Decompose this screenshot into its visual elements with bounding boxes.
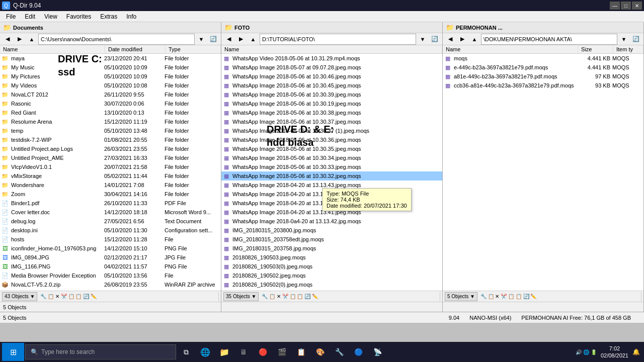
list-item[interactable]: ▦ WhatsApp Image 2018-05-06 at 10.30.37.… [221, 117, 442, 126]
taskbar-icon-app1[interactable]: 🔴 [254, 343, 272, 361]
list-item[interactable]: ▦ WhatsApp Video 2018-05-06 at 10.31.29.… [221, 54, 442, 63]
taskbar-icon-app5[interactable]: 🔧 [330, 343, 348, 361]
list-item[interactable]: ▦ WhatsApp Image 2018-05-06 at 10.30.36.… [221, 135, 442, 144]
list-item[interactable]: 🖼 IMG_0894.JPG 02/12/2020 21:17 JPG File [0, 253, 221, 262]
list-item[interactable]: ▦ WhatsApp Image 2018-05-06 at 10.30.32.… [221, 171, 442, 180]
col-size-right[interactable]: Size [578, 45, 613, 53]
menu-extras[interactable]: Extras [96, 12, 121, 21]
list-item[interactable]: 📁 Wondershare 14/01/2021 7:08 File folde… [0, 180, 221, 190]
taskbar-icon-monitor[interactable]: 🖥 [234, 343, 253, 361]
pane-middle-refresh[interactable]: 🔄 [429, 34, 440, 44]
pane-middle-forward[interactable]: ▶ [235, 34, 247, 44]
list-item[interactable]: 🖼 iconfinder_Home-01_1976053.png 14/12/2… [0, 244, 221, 253]
pane-middle-status-btn[interactable]: 35 Objects ▼ [223, 292, 259, 301]
menu-view[interactable]: View [40, 12, 61, 21]
list-item[interactable]: ▦ 20180826_190503.jpeg.moqs [221, 253, 442, 262]
pane-right-address[interactable] [481, 34, 617, 45]
list-item[interactable]: 📄 Binder1.pdf 26/10/2020 11:33 PDF File [0, 199, 221, 208]
pane-right-refresh[interactable]: 🔄 [630, 34, 641, 44]
list-item[interactable]: 📁 temp 05/10/2020 13:48 File folder [0, 126, 221, 135]
pane-right-up[interactable]: ▲ [469, 34, 480, 44]
list-item[interactable]: 📁 VlcpVideoV1.0.1 20/07/2021 21:58 File … [0, 162, 221, 171]
menu-favorites[interactable]: Favorites [62, 12, 95, 21]
col-name-left[interactable]: Name [0, 45, 105, 53]
list-item[interactable]: ▦ WhatsApp Image 2018-05-06 at 10.30.34.… [221, 153, 442, 162]
taskbar-icon-app7[interactable]: 📡 [368, 343, 386, 361]
list-item[interactable]: 📄 Cover letter.doc 14/12/2020 18:18 Micr… [0, 208, 221, 217]
list-item[interactable]: ▦ IMG_20180315_203758edt.jpg.moqs [221, 235, 442, 244]
list-item[interactable]: 📄 Media Browser Provider Exception 05/10… [0, 271, 221, 280]
pane-left-file-list[interactable]: Name Date modified Type 📁 maya 23/12/202… [0, 45, 221, 291]
taskbar-icon-explorer[interactable]: 📁 [215, 343, 233, 361]
minimize-button[interactable]: — [610, 2, 620, 10]
list-item[interactable]: 📁 Zoom 30/04/2021 14:16 File folder [0, 190, 221, 199]
list-item[interactable]: 📄 desktop.ini 05/10/2020 11:30 Configura… [0, 226, 221, 235]
col-date-left[interactable]: Date modified [105, 45, 166, 53]
pane-right-file-list[interactable]: Name Size Item ty ▦ moqs 4.441 KB MOQS ▦… [443, 45, 643, 291]
search-box[interactable]: 🔍 Type here to search [25, 344, 176, 359]
list-item[interactable]: ▦ IMG_20180315_203800.jpg.moqs [221, 226, 442, 235]
pane-right-back[interactable]: ◀ [445, 34, 456, 44]
pane-left-refresh[interactable]: 🔄 [208, 34, 219, 44]
list-item[interactable]: ▦ a81e-449c-b23a-3697a3821e79.pdf.moqs 9… [443, 72, 643, 81]
list-item[interactable]: 📁 Untitled Project_AME 27/03/2021 16:33 … [0, 153, 221, 162]
list-item[interactable]: 📁 Resolume Arena 15/12/2020 11:19 File f… [0, 117, 221, 126]
pane-left-up[interactable]: ▲ [26, 34, 37, 44]
list-item[interactable]: ▦ WhatsApp Image 2018-05-06 at 10.30.38.… [221, 108, 442, 117]
taskbar-icon-task-view[interactable]: ⧉ [177, 343, 195, 361]
list-item[interactable]: ▦ 20180826_190503(0).jpeg.moqs [221, 262, 442, 271]
notification-icon[interactable]: 🔔 [632, 348, 640, 355]
taskbar-icon-app4[interactable]: 🎨 [311, 343, 329, 361]
col-name-right[interactable]: Name [443, 45, 578, 53]
list-item[interactable]: 📁 Untitled Project.aep Logs 26/03/2021 2… [0, 144, 221, 153]
taskbar-icon-app2[interactable]: 🎬 [273, 343, 291, 361]
list-item[interactable]: 📁 testdisk-7.2-WIP 01/08/2021 20:55 File… [0, 135, 221, 144]
list-item[interactable]: ▦ WhatsApp Image 2018-05-06 at 10.30.33.… [221, 162, 442, 171]
pane-middle-go[interactable]: ▼ [417, 34, 428, 44]
list-item[interactable]: ▦ WhatsApp Image 2018-05-06 at 10.30.39.… [221, 90, 442, 99]
col-name-middle[interactable]: Name [221, 45, 442, 53]
col-type-right[interactable]: Item ty [613, 45, 643, 53]
pane-left-back[interactable]: ◀ [2, 34, 13, 44]
list-item[interactable]: ▦ 20180826_190502.jpeg.moqs [221, 271, 442, 280]
list-item[interactable]: 📁 Rasonic 30/07/2020 0:06 File folder [0, 99, 221, 108]
pane-right-go[interactable]: ▼ [618, 34, 629, 44]
list-item[interactable]: ▦ moqs 4.441 KB MOQS [443, 54, 643, 63]
list-item[interactable]: 📁 My Videos 05/10/2020 10:08 File folder [0, 81, 221, 90]
list-item[interactable]: ▦ WhatsApp Image 2018-05-06 at 10.30.37 … [221, 126, 442, 135]
menu-edit[interactable]: Edit [21, 12, 39, 21]
pane-left-forward[interactable]: ▶ [14, 34, 25, 44]
list-item[interactable]: ▦ ccb36-a81e-449c-b23a-3697a3821e79.pdf.… [443, 81, 643, 90]
list-item[interactable]: 📄 hosts 15/12/2020 11:28 File [0, 235, 221, 244]
list-item[interactable]: 📁 My Music 05/10/2020 10:09 File folder [0, 63, 221, 72]
list-item[interactable]: ▦ e-449c-b23a-3697a3821e79.pdf.moqs 4.44… [443, 63, 643, 72]
pane-right-forward[interactable]: ▶ [457, 34, 468, 44]
pane-middle-up[interactable]: ▲ [248, 34, 259, 44]
menu-file[interactable]: File [2, 12, 20, 21]
pane-left-address[interactable] [38, 34, 195, 45]
close-button[interactable]: ✕ [632, 2, 642, 10]
pane-left-go[interactable]: ▼ [196, 34, 207, 44]
list-item[interactable]: 📁 maya 23/12/2020 20:41 File folder [0, 54, 221, 63]
list-item[interactable]: 📁 NovaLCT 2012 26/11/2020 9:55 File fold… [0, 90, 221, 99]
list-item[interactable]: ▦ WhatsApp Image 2018-0a4-20 at 13.13.42… [221, 217, 442, 226]
list-item[interactable]: 📁 My Pictures 05/10/2020 10:09 File fold… [0, 72, 221, 81]
start-button[interactable]: ⊞ [2, 343, 24, 361]
list-item[interactable]: ▦ 20180826_190502(0).jpeg.moqs [221, 280, 442, 289]
list-item[interactable]: 📁 Red Giant 13/10/2020 0:13 File folder [0, 108, 221, 117]
pane-middle-back[interactable]: ◀ [223, 34, 234, 44]
pane-middle-file-list[interactable]: Name ▦ WhatsApp Video 2018-05-06 at 10.3… [221, 45, 442, 291]
list-item[interactable]: ▦ WhatsApp Image 2018-05-06 at 10.30.19.… [221, 99, 442, 108]
list-item[interactable]: 📁 vMixStorage 05/02/2021 11:44 File fold… [0, 171, 221, 180]
pane-middle-address[interactable] [260, 34, 416, 45]
list-item[interactable]: 🖼 IMG_1166.PNG 04/02/2021 11:57 PNG File [0, 262, 221, 271]
maximize-button[interactable]: □ [621, 2, 631, 10]
list-item[interactable]: ▦ WhatsApp Image 2018-05-06 at 10.30.35.… [221, 144, 442, 153]
list-item[interactable]: ▦ WhatsApp Image 2018-05-07 at 09.07.28.… [221, 63, 442, 72]
list-item[interactable]: ▦ WhatsApp Image 2018-05-06 at 10.30.45.… [221, 81, 442, 90]
list-item[interactable]: ▦ IMG_20180315_203758.jpg.moqs [221, 244, 442, 253]
list-item[interactable]: 📄 debug.log 27/05/2021 6:56 Text Documen… [0, 217, 221, 226]
menu-info[interactable]: Info [122, 12, 140, 21]
pane-right-status-btn[interactable]: 5 Objects ▼ [445, 292, 477, 301]
list-item[interactable]: ▦ WhatsApp Image 2018-05-06 at 10.30.46.… [221, 72, 442, 81]
